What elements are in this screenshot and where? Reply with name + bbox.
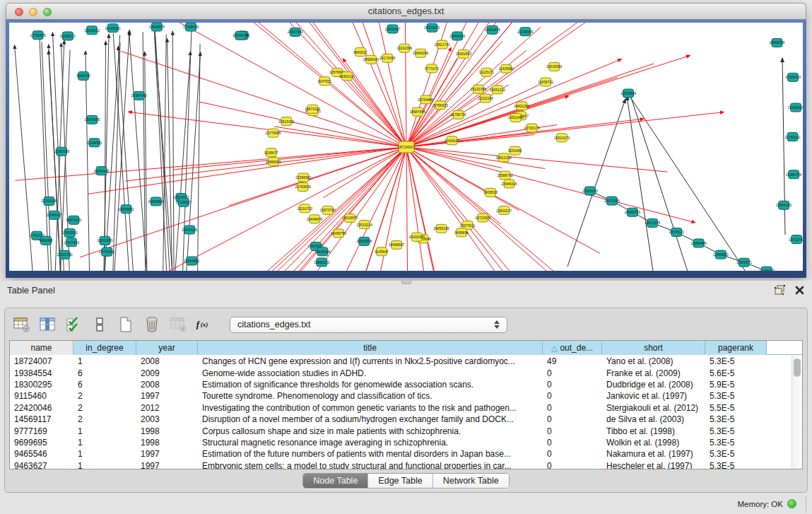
- graph-node[interactable]: 20316200: [582, 187, 598, 195]
- graph-node[interactable]: 23533214: [357, 221, 372, 229]
- table-row[interactable]: 977716911998Corpus callosum shape and si…: [10, 425, 792, 436]
- graph-node[interactable]: 21783639: [295, 182, 310, 191]
- close-panel-icon[interactable]: [794, 284, 805, 296]
- graph-node[interactable]: 18670113: [305, 105, 320, 113]
- graph-node[interactable]: 24559894: [148, 197, 164, 206]
- graph-node[interactable]: 23711742: [789, 235, 803, 244]
- graph-node[interactable]: 13500849: [620, 89, 636, 98]
- table-mode-icon[interactable]: [12, 315, 30, 334]
- graph-node[interactable]: 10310702: [297, 204, 312, 213]
- graph-node[interactable]: 23726174: [524, 124, 539, 132]
- graph-node[interactable]: 9948255: [76, 71, 90, 80]
- graph-node[interactable]: 24518872: [424, 23, 440, 32]
- graph-node[interactable]: 19122358: [471, 85, 486, 93]
- graph-node[interactable]: 16165201: [105, 24, 121, 33]
- graph-node[interactable]: 18436094: [314, 247, 330, 256]
- graph-node[interactable]: 9908528: [483, 188, 498, 197]
- graph-node[interactable]: 23515390: [278, 117, 294, 126]
- graph-node[interactable]: 20588742: [497, 171, 512, 180]
- graph-node[interactable]: 22446876: [307, 215, 322, 223]
- float-panel-icon[interactable]: [774, 284, 785, 296]
- graph-node[interactable]: 10204581: [86, 139, 102, 147]
- graph-node[interactable]: 15903930: [62, 228, 78, 237]
- memory-status-indicator[interactable]: [787, 499, 796, 508]
- graph-node[interactable]: 19994891: [184, 257, 199, 265]
- column-header-pagerank[interactable]: pagerank: [705, 341, 767, 355]
- select-all-columns-icon[interactable]: [64, 315, 83, 334]
- graph-node[interactable]: 16806971: [736, 258, 752, 267]
- graph-node[interactable]: 15588356: [769, 38, 784, 47]
- graph-node[interactable]: 15973780: [320, 206, 336, 214]
- graph-node[interactable]: 9456088: [39, 236, 53, 245]
- graph-node[interactable]: 13821741: [435, 40, 450, 49]
- graph-node[interactable]: 13792875: [30, 31, 46, 40]
- vertical-scrollbar[interactable]: [792, 356, 802, 469]
- graph-node[interactable]: 17108927: [176, 198, 192, 206]
- graph-node[interactable]: 11192389: [397, 44, 413, 52]
- graph-node[interactable]: 21586982: [295, 173, 311, 182]
- graph-node[interactable]: 15860210: [314, 258, 329, 267]
- table-row[interactable]: 911546021997Tourette syndrome. Phenomeno…: [10, 390, 792, 402]
- graph-node[interactable]: 10934445: [93, 167, 109, 175]
- graph-node[interactable]: 20554200: [776, 201, 792, 209]
- delete-table-icon[interactable]: [169, 315, 187, 334]
- graph-node[interactable]: 19906882: [118, 205, 134, 214]
- graph-node[interactable]: 19456769: [331, 229, 346, 238]
- graph-node[interactable]: 13453236: [449, 32, 465, 40]
- graph-node[interactable]: 12631979: [485, 25, 500, 34]
- graph-node[interactable]: 11435582: [498, 64, 514, 73]
- graph-node[interactable]: 9458898: [454, 228, 469, 237]
- graph-node[interactable]: 22360189: [54, 147, 69, 156]
- graph-node[interactable]: 16723939: [475, 214, 490, 222]
- graph-node[interactable]: 9261845: [508, 146, 522, 155]
- graph-node[interactable]: 12153166: [41, 197, 57, 205]
- graph-node[interactable]: 14468687: [389, 240, 404, 249]
- graph-node[interactable]: 21436247: [759, 267, 775, 271]
- function-builder-icon[interactable]: f (x): [195, 315, 213, 334]
- table-row[interactable]: 946554611997Estimation of the future num…: [10, 448, 792, 460]
- column-header-year[interactable]: year: [136, 341, 198, 355]
- graph-node[interactable]: 19530959: [546, 62, 562, 71]
- graph-node[interactable]: 22510150: [57, 250, 72, 259]
- graph-node[interactable]: 16871621: [66, 216, 81, 224]
- show-columns-icon[interactable]: [38, 315, 57, 334]
- window-titlebar[interactable]: citations_edges.txt: [6, 3, 806, 20]
- zoom-window-button[interactable]: [43, 8, 52, 16]
- graph-node[interactable]: 9145647: [375, 247, 389, 256]
- graph-node[interactable]: 22424136: [182, 226, 197, 234]
- graph-node[interactable]: 10840066: [413, 49, 428, 57]
- graph-node[interactable]: 13411867: [385, 25, 401, 33]
- column-header-name[interactable]: name: [10, 341, 73, 355]
- table-row[interactable]: 1830029562008Estimation of significance …: [10, 379, 792, 390]
- graph-node[interactable]: 12499551: [713, 250, 729, 259]
- column-header-in_degree[interactable]: in_degree: [73, 341, 136, 355]
- graph-node[interactable]: 23956969: [266, 158, 281, 166]
- graph-node[interactable]: 19058985: [84, 115, 100, 124]
- tab-edge-table[interactable]: Edge Table: [368, 474, 433, 488]
- graph-node[interactable]: 20756625: [433, 101, 448, 110]
- graph-node[interactable]: 11434147: [445, 136, 460, 145]
- minimize-window-button[interactable]: [29, 8, 37, 16]
- delete-columns-icon[interactable]: [143, 315, 161, 334]
- graph-node[interactable]: 11115170: [479, 68, 494, 76]
- table-row[interactable]: 2242004622012Investigating the contribut…: [10, 402, 792, 414]
- graph-node[interactable]: 9205877: [264, 148, 278, 157]
- graph-node[interactable]: 23946316: [501, 180, 517, 188]
- graph-node[interactable]: 18381863: [456, 49, 471, 58]
- table-row[interactable]: 1938455462009Genome-wide association stu…: [10, 367, 792, 378]
- table-row[interactable]: 1456911722003Disruption of a novel membe…: [10, 414, 792, 425]
- graph-node[interactable]: 9771073: [425, 64, 439, 73]
- graph-node[interactable]: 18500698: [356, 237, 372, 245]
- table-row[interactable]: 1872400712008Changes of HCN gene express…: [10, 356, 792, 367]
- graph-node[interactable]: 10651210: [490, 86, 505, 94]
- panel-resize-grip[interactable]: [401, 281, 411, 284]
- graph-node[interactable]: 21102189: [478, 94, 493, 103]
- graph-node[interactable]: 19645675: [149, 23, 165, 31]
- table-row[interactable]: 969969511998Structural magnetic resonanc…: [10, 437, 792, 448]
- column-header-out_de[interactable]: △out_de...: [543, 341, 602, 355]
- graph-node[interactable]: 17338993: [183, 23, 199, 31]
- graph-node[interactable]: 16872374: [645, 218, 660, 227]
- graph-node[interactable]: 10268272: [60, 32, 76, 40]
- row-options-icon[interactable]: [90, 315, 109, 334]
- tab-network-table[interactable]: Network Table: [433, 474, 509, 488]
